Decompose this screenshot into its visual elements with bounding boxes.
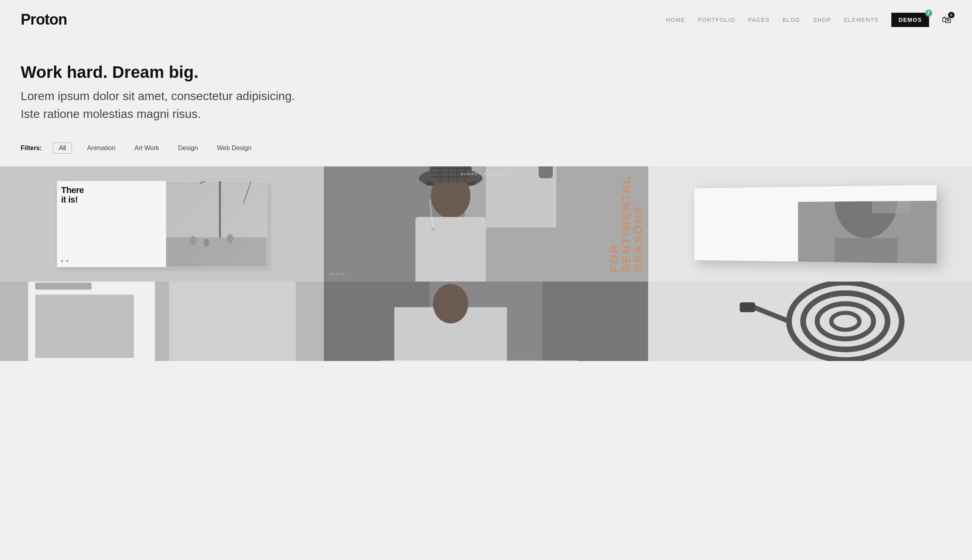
nav-shop[interactable]: SHOP — [813, 17, 831, 23]
svg-rect-13 — [539, 166, 553, 178]
jazz-date: 16.10.15 — [329, 272, 345, 276]
book-right-scene — [166, 181, 267, 267]
hero-subtitle: Lorem ipsum dolor sit amet, consectetur … — [21, 87, 951, 123]
nav-home[interactable]: HOME — [666, 17, 685, 23]
nav-portfolio[interactable]: PORTFOLIO — [698, 17, 735, 23]
filters-label: Filters: — [21, 145, 42, 152]
filter-all[interactable]: All — [53, 143, 72, 154]
svg-rect-37 — [35, 295, 134, 358]
svg-point-41 — [433, 284, 469, 323]
filters-bar: Filters: All Animation Art Work Design W… — [0, 143, 972, 154]
nav-blog[interactable]: BLOG — [782, 17, 800, 23]
svg-rect-36 — [35, 283, 92, 290]
svg-rect-35 — [169, 282, 296, 361]
logo: Proton — [21, 11, 67, 28]
hero-section: Work hard. Dream big. Lorem ipsum dolor … — [0, 39, 972, 139]
svg-rect-2 — [166, 238, 267, 267]
demos-button[interactable]: DEMOS 2 — [891, 13, 929, 27]
nav-pages[interactable]: PAGES — [748, 17, 770, 23]
cart-button[interactable]: 🛍 0 — [942, 14, 951, 25]
book-text-line1: There — [61, 186, 162, 195]
jazz-header-text: SURREY PRESENTS — [461, 172, 511, 176]
portfolio-item-3[interactable] — [648, 166, 972, 282]
svg-point-9 — [227, 234, 233, 244]
book-mockup: There it is! — [57, 181, 267, 267]
cart-badge: 0 — [948, 12, 955, 18]
portfolio-grid: There it is! — [0, 166, 972, 361]
svg-rect-54 — [740, 302, 755, 312]
portfolio-item-2[interactable]: SURREY PRESENTS FOR SENTIMENTAL REASONS … — [324, 166, 648, 282]
header: Proton HOME PORTFOLIO PAGES BLOG SHOP EL… — [0, 0, 972, 39]
demos-badge: 2 — [925, 10, 932, 17]
svg-rect-32 — [872, 201, 910, 213]
hero-title: Work hard. Dream big. — [21, 63, 951, 81]
svg-point-19 — [431, 227, 436, 231]
main-nav: HOME PORTFOLIO PAGES BLOG SHOP ELEMENTS … — [666, 13, 951, 27]
portfolio-item-6[interactable] — [648, 282, 972, 361]
nav-elements[interactable]: ELEMENTS — [844, 17, 879, 23]
portfolio-item-1[interactable]: There it is! — [0, 166, 324, 282]
svg-rect-42 — [380, 360, 577, 361]
svg-point-7 — [190, 236, 196, 246]
portfolio-item-4[interactable] — [0, 282, 324, 361]
svg-rect-31 — [835, 238, 898, 263]
portfolio-item-5[interactable] — [324, 282, 648, 361]
svg-rect-1 — [166, 181, 267, 238]
filter-artwork[interactable]: Art Work — [130, 143, 163, 153]
book-text-line2: it is! — [61, 195, 162, 204]
svg-point-8 — [203, 239, 209, 247]
white-book — [689, 187, 931, 262]
filter-design[interactable]: Design — [174, 143, 202, 153]
svg-rect-18 — [416, 217, 486, 282]
jazz-vertical-text: FOR SENTIMENTAL REASONS — [608, 176, 644, 272]
filter-animation[interactable]: Animation — [83, 143, 119, 153]
filter-webdesign[interactable]: Web Design — [213, 143, 256, 153]
